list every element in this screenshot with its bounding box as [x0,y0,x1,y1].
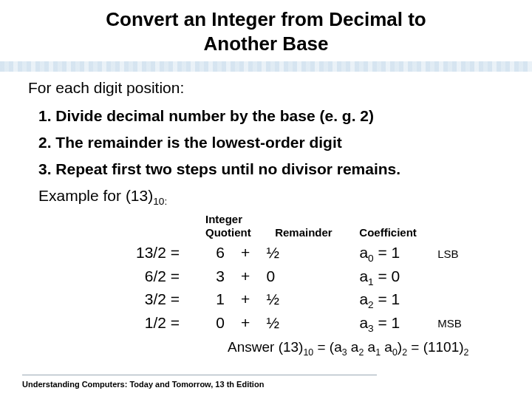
cell-r: 0 [267,266,311,287]
cell-q: 6 [184,242,225,263]
cell-div: 6/2 = [117,266,180,287]
slide-title: Convert an Integer from Decimal to Anoth… [0,0,532,60]
step-2: 2. The remainder is the lowest-order dig… [38,134,504,151]
footer-divider [22,375,377,375]
hdr-integer: Integer [205,213,242,226]
table-row: 3/2 = 1 + ½ a2 = 1 [117,289,504,313]
table-row: 13/2 = 6 + ½ a0 = 1 LSB [117,242,504,266]
lsb-label: LSB [415,247,458,262]
cell-q: 3 [184,266,225,287]
cell-q: 0 [184,313,225,333]
table-row: 1/2 = 0 + ½ a3 = 1 MSB [117,313,504,336]
cell-q: 1 [184,289,225,310]
cell-div: 13/2 = [117,242,180,263]
intro-text: For each digit position: [28,79,504,97]
cell-coef: a3 = 1 [315,313,411,336]
conversion-table: 13/2 = 6 + ½ a0 = 1 LSB 6/2 = 3 + 0 a1 =… [117,242,504,358]
cell-r: ½ [267,242,311,263]
footer-text: Understanding Computers: Today and Tomor… [22,380,264,389]
title-line-1: Convert an Integer from Decimal to [106,8,426,30]
cell-div: 3/2 = [117,289,180,310]
cell-plus: + [229,266,262,287]
cell-plus: + [229,313,262,333]
step-3: 3. Repeat first two steps until no divis… [38,160,504,178]
content-area: For each digit position: 1. Divide decim… [0,72,532,358]
step-1: 1. Divide decimal number by the base (e.… [38,107,504,125]
decorative-band [0,61,532,72]
cell-coef: a2 = 1 [315,289,411,313]
answer-line: Answer (13)10 = (a3 a2 a1 a0)2 = (1101)2 [228,338,504,358]
msb-label: MSB [415,316,462,331]
cell-div: 1/2 = [117,313,180,333]
cell-plus: + [229,242,262,263]
hdr-coefficient: Coefficient [359,226,433,239]
cell-coef: a1 = 0 [315,266,411,290]
example-label: Example for (13)10: [38,187,504,207]
example-sub: 10: [153,196,167,207]
example-text: Example for (13) [38,187,153,204]
hdr-remainder: Remainder [275,226,356,239]
cell-coef: a0 = 1 [315,242,411,266]
cell-plus: + [229,289,262,310]
title-line-2: Another Base [203,33,328,55]
cell-r: ½ [267,313,311,333]
cell-r: ½ [267,289,311,310]
hdr-quotient: Quotient [205,226,251,239]
column-headers: Integer Quotient Remainder Coefficient [205,213,504,239]
table-row: 6/2 = 3 + 0 a1 = 0 [117,266,504,290]
